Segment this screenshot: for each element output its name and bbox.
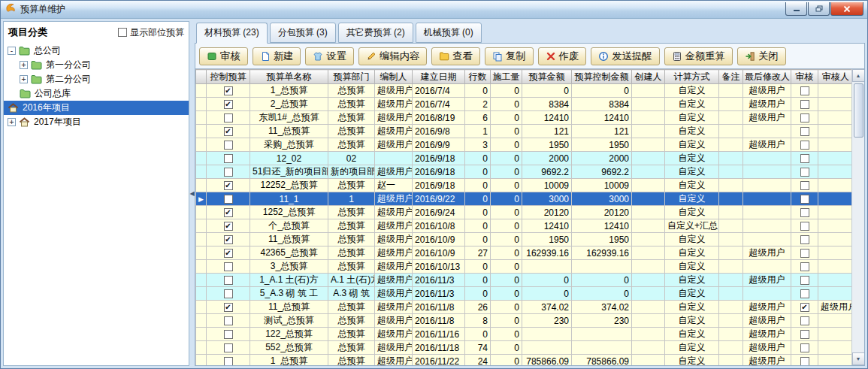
scroll-up-icon[interactable]: ▲ (852, 69, 865, 82)
table-row[interactable]: 1_总预算总预算超级用户2016/11/22240785866.09785866… (196, 355, 854, 366)
column-header-6[interactable]: 施工量 (491, 70, 522, 84)
recalc-button[interactable]: 金额重算 (664, 47, 733, 65)
audit-checkbox[interactable] (800, 154, 809, 163)
column-header-2[interactable]: 预算部门 (328, 70, 375, 84)
control-budget-checkbox[interactable] (224, 289, 233, 298)
audit-checkbox[interactable] (800, 86, 809, 95)
audit-checkbox[interactable] (800, 168, 809, 177)
edit-button[interactable]: 编辑内容 (358, 47, 427, 65)
close-button[interactable] (830, 2, 863, 16)
table-row[interactable]: 11_总预算总预算超级用户2016/10/90019501950自定义 (196, 233, 854, 247)
control-budget-checkbox[interactable] (224, 127, 233, 136)
view-button[interactable]: 查看 (431, 47, 480, 65)
audit-checkbox[interactable] (800, 113, 809, 122)
table-row[interactable]: ▶11_11超级用户2016/9/220030003000自定义 (196, 192, 854, 206)
table-row[interactable]: 42365_总预算总预算超级用户2016/10/9270162939.16162… (196, 247, 854, 260)
audit-checkbox[interactable] (800, 100, 809, 109)
table-row[interactable]: 测试_总预算总预算超级用户2016/11/880230230自定义超级用户 (196, 314, 854, 328)
checkbox[interactable] (118, 28, 127, 37)
audit-checkbox[interactable] (800, 289, 809, 298)
collapse-arrow-icon[interactable]: ◀ (189, 191, 194, 197)
tree-item-第一分公司[interactable]: +第一分公司 (4, 58, 189, 72)
column-header-3[interactable]: 编制人 (375, 70, 413, 84)
table-row[interactable]: 122_总预算总预算超级用户2016/11/1600自定义超级用户 (196, 328, 854, 341)
control-budget-checkbox[interactable] (224, 208, 233, 217)
column-header-14[interactable]: 审核人 (818, 70, 854, 84)
column-header-5[interactable]: 行数 (465, 70, 491, 84)
tree-item-第二分公司[interactable]: +第二分公司 (4, 72, 189, 86)
control-budget-checkbox[interactable] (224, 303, 233, 312)
tab-0[interactable]: 材料预算 (23) (196, 23, 268, 44)
table-row[interactable]: 1_A.1 土(石)方A.1 土(石)方超级用户2016/11/30000自定义… (196, 274, 854, 287)
audit-checkbox[interactable] (800, 316, 809, 325)
control-budget-checkbox[interactable] (224, 86, 233, 95)
audit-checkbox[interactable] (800, 222, 809, 231)
audit-checkbox[interactable] (800, 343, 809, 352)
table-row[interactable]: 1252_总预算总预算超级用户2016/9/24002012020120自定义 (196, 206, 854, 219)
audit-checkbox[interactable] (800, 195, 809, 204)
table-row[interactable]: 12_02022016/9/180020002000自定义 (196, 152, 854, 165)
restore-button[interactable] (808, 2, 830, 16)
table-row[interactable]: 552_总预算总预算超级用户2016/11/18740自定义超级用户 (196, 341, 854, 355)
audit-checkbox[interactable] (800, 357, 809, 365)
table-row[interactable]: 5_A.3 砌 筑 工A.3 砌 筑超级用户2016/11/30000自定义 (196, 287, 854, 301)
column-header-8[interactable]: 预算控制金额 (572, 70, 632, 84)
control-budget-checkbox[interactable] (224, 235, 233, 244)
tree-item-总公司[interactable]: -总公司 (4, 44, 189, 58)
column-header-11[interactable]: 备注 (719, 70, 743, 84)
scroll-down-icon[interactable]: ▼ (852, 352, 865, 365)
collapse-box-icon[interactable]: - (8, 47, 16, 55)
tab-3[interactable]: 机械预算 (0) (416, 23, 482, 43)
control-budget-checkbox[interactable] (224, 181, 233, 190)
control-budget-checkbox[interactable] (224, 168, 233, 177)
control-budget-checkbox[interactable] (224, 141, 233, 150)
column-header-10[interactable]: 计算方式 (665, 70, 719, 84)
audit-checkbox[interactable] (800, 249, 809, 258)
audit-checkbox[interactable] (800, 141, 809, 150)
control-budget-checkbox[interactable] (224, 316, 233, 325)
settings-button[interactable]: 设置 (305, 47, 354, 65)
table-row[interactable]: 东凯1#_总预算总预算超级用户2016/8/19601241012410自定义超… (196, 111, 854, 125)
panel-splitter[interactable]: ◀ (189, 21, 195, 366)
expand-box-icon[interactable]: + (20, 61, 28, 69)
table-row[interactable]: 11_总预算总预算超级用户2016/11/8260374.02374.02自定义… (196, 301, 854, 314)
tab-2[interactable]: 其它费预算 (2) (338, 23, 413, 43)
vertical-scrollbar[interactable]: ▲ ▼ (851, 69, 864, 365)
table-row[interactable]: 11_总预算总预算超级用户2016/9/810121121自定义 (196, 125, 854, 138)
control-budget-checkbox[interactable] (224, 262, 233, 271)
minimize-button[interactable] (785, 2, 807, 16)
audit-checkbox[interactable] (800, 330, 809, 339)
audit-checkbox[interactable] (800, 181, 809, 190)
control-budget-checkbox[interactable] (224, 357, 233, 365)
audit-checkbox[interactable] (800, 208, 809, 217)
tree-item-2017年项目[interactable]: +2017年项目 (4, 115, 189, 129)
control-budget-checkbox[interactable] (224, 276, 233, 285)
exit-button[interactable]: 关闭 (737, 47, 786, 65)
control-budget-checkbox[interactable] (224, 249, 233, 258)
notify-button[interactable]: 发送提醒 (591, 47, 659, 65)
table-row[interactable]: 个_总预算总预算超级用户2016/10/8001241012410自定义+汇总 (196, 219, 854, 233)
audit-checkbox[interactable] (800, 262, 809, 271)
copy-button[interactable]: 复制 (485, 47, 534, 65)
control-budget-checkbox[interactable] (224, 222, 233, 231)
column-header-4[interactable]: 建立日期 (413, 70, 465, 84)
audit-checkbox[interactable] (800, 235, 809, 244)
table-row[interactable]: 1_总预算总预算超级用户2016/7/40000自定义超级用户 (196, 84, 854, 98)
table-row[interactable]: 12252_总预算总预算赵一2016/9/18001000910009自定义 (196, 179, 854, 192)
tab-1[interactable]: 分包预算 (3) (270, 23, 336, 43)
table-row[interactable]: 51归还_新的项目部门新的项目部门超级用户2016/9/18009692.296… (196, 165, 854, 179)
column-header-9[interactable]: 创建人 (632, 70, 665, 84)
audit-checkbox[interactable] (800, 276, 809, 285)
show-unit-budget-checkbox[interactable]: 显示部位预算 (118, 26, 184, 39)
audit-checkbox[interactable] (800, 127, 809, 136)
new-button[interactable]: 新建 (253, 47, 301, 65)
control-budget-checkbox[interactable] (224, 195, 233, 204)
tree-item-公司总库[interactable]: 公司总库 (4, 86, 189, 101)
scroll-thumb[interactable] (854, 83, 863, 138)
control-budget-checkbox[interactable] (224, 100, 233, 109)
tree-item-2016年项目[interactable]: 2016年项目 (4, 101, 189, 115)
control-budget-checkbox[interactable] (224, 330, 233, 339)
control-budget-checkbox[interactable] (224, 113, 233, 122)
column-header-1[interactable]: 预算单名称 (250, 70, 328, 84)
approve-button[interactable]: 审核 (199, 47, 248, 65)
